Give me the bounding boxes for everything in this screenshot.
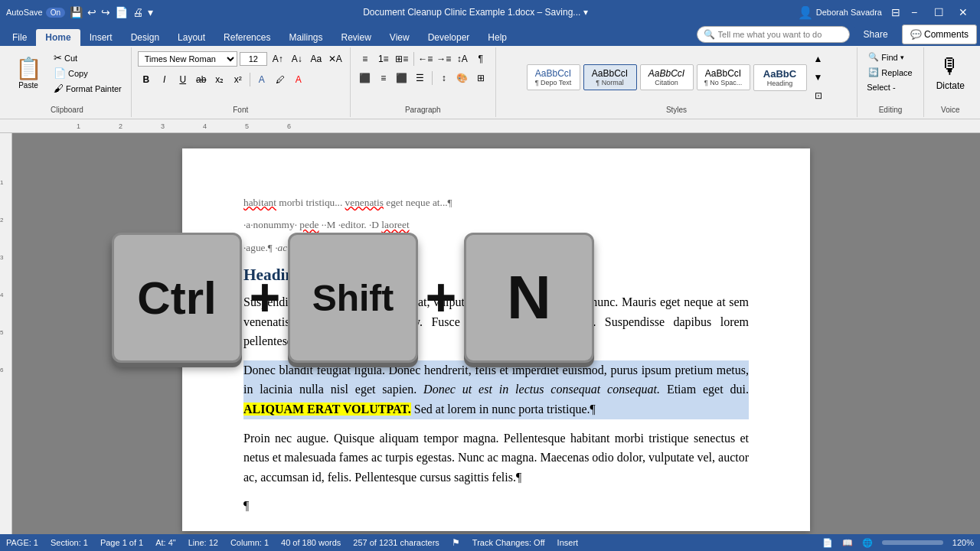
para2-italic: Donec ut est in lectus consequat consequ… xyxy=(423,383,660,396)
font-group: Times New Roman A↑ A↓ Aa ✕A B I U ab x₂ … xyxy=(132,47,351,117)
redo-icon[interactable]: ↪ xyxy=(101,6,110,18)
view-read-icon[interactable]: 📖 xyxy=(842,538,853,548)
tab-home[interactable]: Home xyxy=(36,29,80,46)
new-doc-icon[interactable]: 📄 xyxy=(115,6,128,18)
show-paragraph-button[interactable]: ¶ xyxy=(472,51,489,67)
sort-button[interactable]: ↕A xyxy=(454,51,471,67)
subscript-button[interactable]: x₂ xyxy=(211,71,228,88)
more-icon[interactable]: ▾ xyxy=(148,6,153,18)
style-citation[interactable]: AaBbCcI Citation xyxy=(640,64,694,90)
style-heading1[interactable]: AaBbC Heading xyxy=(753,64,807,91)
styles-more-button[interactable]: ⊡ xyxy=(810,87,827,104)
paste-button[interactable]: 📋 Paste xyxy=(9,51,47,95)
align-center-button[interactable]: ≡ xyxy=(375,70,392,86)
style-depotext[interactable]: AaBbCcI ¶ Depo Text xyxy=(527,64,580,90)
paragraph-2-selected: Donec blandit feugiat ligula. Donec hend… xyxy=(243,360,749,419)
tab-design[interactable]: Design xyxy=(122,29,168,46)
tab-references[interactable]: References xyxy=(214,29,279,46)
print-icon[interactable]: 🖨 xyxy=(132,6,143,18)
misspelled-word: habitant xyxy=(243,197,276,208)
autosave-toggle[interactable]: On xyxy=(46,8,65,18)
continued-text-1: morbi tristiqu... xyxy=(279,197,342,208)
align-left-button[interactable]: ⬛ xyxy=(357,70,374,86)
text-effects-button[interactable]: A xyxy=(253,71,270,88)
shading-button[interactable]: 🎨 xyxy=(454,70,471,86)
continued-text-2: eget neque at...¶ xyxy=(386,197,452,208)
dictate-button[interactable]: 🎙 Dictate xyxy=(930,51,971,94)
tab-developer[interactable]: Developer xyxy=(419,29,479,46)
saving-dropdown-icon[interactable]: ▾ xyxy=(583,7,588,18)
page-of-info: Page 1 of 1 xyxy=(100,538,143,547)
view-normal-icon[interactable]: 📄 xyxy=(822,538,833,548)
strikethrough-button[interactable]: ab xyxy=(193,71,210,88)
justify-button[interactable]: ☰ xyxy=(412,70,429,86)
cut-icon: ✂ xyxy=(54,52,62,64)
multilevel-list-button[interactable]: ⊞≡ xyxy=(394,51,410,67)
document-page[interactable]: habitant morbi tristiqu... venenatis ege… xyxy=(182,148,810,531)
underline-button[interactable]: U xyxy=(175,71,191,88)
italic-button[interactable]: I xyxy=(156,71,173,88)
tab-view[interactable]: View xyxy=(381,29,419,46)
select-button[interactable]: Select - xyxy=(864,81,916,93)
tab-file[interactable]: File xyxy=(3,29,36,46)
bullets-button[interactable]: ≡ xyxy=(357,51,374,67)
doc-scroll-area[interactable]: Ctrl + Shift + N habitant morbi tristiqu… xyxy=(12,133,980,534)
minimize-button[interactable]: − xyxy=(903,2,925,23)
close-button[interactable]: ✕ xyxy=(952,2,974,23)
format-painter-button[interactable]: 🖌 Format Painter xyxy=(51,81,125,96)
align-right-button[interactable]: ⬛ xyxy=(394,70,410,86)
insert-mode[interactable]: Insert xyxy=(557,538,579,547)
font-family-select[interactable]: Times New Roman xyxy=(138,51,237,67)
change-case-button[interactable]: Aa xyxy=(308,51,325,67)
track-changes-status: Track Changes: Off xyxy=(472,538,545,547)
replace-button[interactable]: 🔄 Replace xyxy=(864,66,916,79)
borders-button[interactable]: ⊞ xyxy=(472,70,489,86)
tab-insert[interactable]: Insert xyxy=(80,29,122,46)
find-button[interactable]: 🔍 Find ▾ xyxy=(864,51,916,64)
maximize-button[interactable]: ☐ xyxy=(928,2,949,23)
paragraph-3: Proin nec augue. Quisque aliquam tempor … xyxy=(243,429,749,487)
numbering-button[interactable]: 1≡ xyxy=(375,51,392,67)
styles-group: AaBbCcI ¶ Depo Text AaBbCcI ¶ Normal AaB… xyxy=(496,47,858,117)
style-nospace[interactable]: AaBbCcI ¶ No Spac... xyxy=(697,64,750,90)
styles-group-label: Styles xyxy=(666,104,687,114)
select-label: Select - xyxy=(867,83,895,92)
copy-button[interactable]: 📄 Copy xyxy=(51,66,125,80)
help-search-box[interactable]: 🔍 xyxy=(697,26,850,43)
style-heading1-label: Heading xyxy=(760,80,800,87)
tab-mailings[interactable]: Mailings xyxy=(279,29,332,46)
increase-font-button[interactable]: A↑ xyxy=(270,51,286,67)
undo-icon[interactable]: ↩ xyxy=(87,6,96,18)
comments-button[interactable]: 💬 Comments xyxy=(902,24,977,44)
title-bar: AutoSave On 💾 ↩ ↪ 📄 🖨 ▾ Document Cleanup… xyxy=(0,0,980,24)
increase-indent-button[interactable]: →≡ xyxy=(436,51,452,67)
decrease-font-button[interactable]: A↓ xyxy=(289,51,305,67)
tab-layout[interactable]: Layout xyxy=(168,29,214,46)
highlight-button[interactable]: 🖊 xyxy=(272,71,289,88)
line-spacing-button[interactable]: ↕ xyxy=(436,70,452,86)
misspelled-3: pede xyxy=(299,219,318,230)
ruler-v-1: 1 xyxy=(0,179,11,186)
clear-formatting-button[interactable]: ✕A xyxy=(327,51,344,67)
style-normal[interactable]: AaBbCcI ¶ Normal xyxy=(583,64,637,90)
save-icon[interactable]: 💾 xyxy=(70,6,83,18)
cut-button[interactable]: ✂ Cut xyxy=(51,51,125,65)
user-name: Deborah Savadra xyxy=(816,8,882,17)
ribbon-display-icon[interactable]: ⊟ xyxy=(891,6,900,18)
zoom-slider[interactable] xyxy=(882,540,943,545)
font-group-label: Font xyxy=(233,104,248,114)
font-format-row: B I U ab x₂ x² A 🖊 A xyxy=(138,71,344,88)
styles-up-button[interactable]: ▲ xyxy=(810,51,827,67)
font-size-input[interactable] xyxy=(240,52,267,66)
styles-down-button[interactable]: ▼ xyxy=(810,69,827,86)
font-color-button[interactable]: A xyxy=(290,71,307,88)
autosave-label: AutoSave xyxy=(6,8,43,17)
bold-button[interactable]: B xyxy=(138,71,155,88)
share-button[interactable]: Share xyxy=(854,25,897,44)
tab-review[interactable]: Review xyxy=(332,29,380,46)
tab-help[interactable]: Help xyxy=(479,29,516,46)
view-web-icon[interactable]: 🌐 xyxy=(862,538,873,548)
search-input[interactable] xyxy=(718,30,843,39)
superscript-button[interactable]: x² xyxy=(230,71,247,88)
decrease-indent-button[interactable]: ←≡ xyxy=(417,51,434,67)
